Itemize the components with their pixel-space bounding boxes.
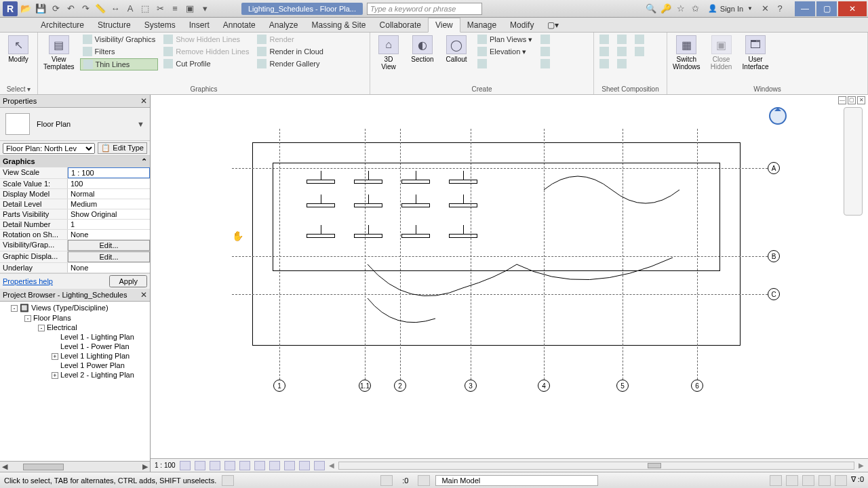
lock-icon[interactable]: [284, 461, 295, 470]
filters-button[interactable]: Filters: [80, 46, 159, 57]
expand-icon[interactable]: -: [38, 325, 45, 331]
rendering-icon[interactable]: [239, 461, 250, 470]
minimize-button[interactable]: —: [795, 1, 815, 16]
grid-bubble[interactable]: A: [768, 162, 780, 174]
close-view-icon[interactable]: ✕: [857, 96, 865, 104]
section-button[interactable]: ◐Section: [407, 34, 438, 64]
reveal-icon[interactable]: [314, 461, 325, 470]
worksets-icon[interactable]: [222, 475, 234, 486]
app-menu-icon[interactable]: R: [3, 1, 18, 16]
show-hidden-lines-button[interactable]: Show Hidden Lines: [161, 34, 252, 45]
tree-node[interactable]: +Level 1 Lighting Plan: [1, 351, 149, 361]
select-face-icon[interactable]: [818, 475, 831, 486]
select-panel-label[interactable]: Select ▾: [3, 84, 35, 94]
property-value[interactable]: None: [68, 230, 150, 239]
3d-icon[interactable]: ⬚: [138, 2, 152, 16]
grid-bubble[interactable]: 2: [394, 380, 406, 392]
property-value[interactable]: Show Original: [68, 209, 150, 219]
property-row[interactable]: Parts VisibilityShow Original: [0, 209, 150, 220]
render-cloud-button[interactable]: Render in Cloud: [254, 46, 326, 57]
properties-help-link[interactable]: Properties help: [3, 277, 53, 285]
plan-views-button[interactable]: Plan Views ▾: [475, 34, 535, 45]
close-icon[interactable]: ✕: [140, 290, 147, 300]
sheet-btn-3[interactable]: [597, 58, 612, 69]
property-row[interactable]: UnderlayNone: [0, 263, 150, 273]
max-view-icon[interactable]: ▢: [848, 96, 856, 104]
type-selector[interactable]: Floor Plan ▼: [0, 108, 150, 141]
collapse-icon[interactable]: -: [11, 305, 18, 312]
detail-level-icon[interactable]: [180, 461, 191, 470]
editable-only-icon[interactable]: [380, 475, 393, 486]
select-pinned-icon[interactable]: [802, 475, 814, 486]
sync-icon[interactable]: ⟳: [49, 2, 62, 16]
edit-type-button[interactable]: 📋 Edit Type: [98, 142, 147, 154]
select-underlay-icon[interactable]: [786, 475, 798, 486]
remove-hidden-lines-button[interactable]: Remove Hidden Lines: [161, 46, 252, 57]
switch-windows-button[interactable]: ▦Switch Windows: [670, 34, 703, 72]
grid-bubble[interactable]: B: [768, 250, 780, 262]
expand-icon[interactable]: -: [24, 315, 31, 322]
tab-systems[interactable]: Systems: [138, 18, 182, 32]
user-interface-button[interactable]: 🗔User Interface: [740, 34, 772, 72]
sheet-btn-5[interactable]: [614, 46, 629, 57]
help-search-input[interactable]: Type a keyword or phrase: [367, 3, 482, 15]
tab-massingsite[interactable]: Massing & Site: [305, 18, 373, 32]
project-browser[interactable]: -🔲 Views (Type/Discipline) -Floor Plans-…: [0, 302, 150, 461]
tree-node[interactable]: Level 1 Power Plan: [1, 361, 149, 370]
tab-collaborate[interactable]: Collaborate: [373, 18, 428, 32]
thin-lines-button[interactable]: Thin Lines: [80, 58, 159, 70]
view-templates-button[interactable]: ▤View Templates: [41, 34, 77, 72]
filter-selection-icon[interactable]: [418, 475, 430, 486]
property-value[interactable]: 100: [68, 179, 150, 188]
property-row[interactable]: Graphic Displa...Edit...: [0, 251, 150, 263]
undo-icon[interactable]: ↶: [64, 2, 77, 16]
open-icon[interactable]: 📂: [19, 2, 33, 16]
drag-elements-icon[interactable]: [835, 475, 847, 486]
favorite-icon[interactable]: ✩: [689, 2, 703, 16]
tab-structure[interactable]: Structure: [91, 18, 138, 32]
grid-bubble[interactable]: 3: [465, 380, 477, 392]
duplicate-view-button[interactable]: [538, 34, 553, 45]
select-links-icon[interactable]: [770, 475, 782, 486]
property-row[interactable]: Rotation on Sh...None: [0, 230, 150, 240]
drawing-canvas[interactable]: — ▢ ✕ 11.123456ABC ✋: [151, 95, 868, 458]
tab-view[interactable]: View: [428, 18, 460, 33]
star-icon[interactable]: ☆: [674, 2, 688, 16]
sheet-btn-8[interactable]: [632, 46, 647, 57]
drafting-view-button[interactable]: [475, 58, 535, 69]
crop-icon[interactable]: [254, 461, 265, 470]
save-icon[interactable]: 💾: [34, 2, 47, 16]
apply-button[interactable]: Apply: [109, 275, 147, 287]
search-icon[interactable]: 🔍: [644, 2, 658, 16]
expand-icon[interactable]: +: [52, 353, 58, 360]
close-views-icon[interactable]: ▣: [183, 2, 197, 16]
3d-view-button[interactable]: ⌂3D View: [373, 34, 404, 72]
tab-manage[interactable]: Manage: [460, 18, 503, 32]
edit-button[interactable]: Edit...: [68, 240, 150, 251]
scale-display[interactable]: 1 : 100: [155, 462, 176, 469]
expand-icon[interactable]: +: [52, 372, 58, 379]
legends-button[interactable]: [538, 46, 553, 57]
render-gallery-button[interactable]: Render Gallery: [254, 58, 326, 69]
sheet-btn-1[interactable]: [597, 34, 612, 45]
exchange-icon[interactable]: ✕: [758, 2, 772, 16]
tab-insert[interactable]: Insert: [182, 18, 216, 32]
property-value[interactable]: 1: [68, 220, 150, 229]
property-value[interactable]: Normal: [68, 189, 150, 199]
sheet-btn-6[interactable]: [614, 58, 629, 69]
crop-region-icon[interactable]: [269, 461, 280, 470]
property-row[interactable]: View Scale1 : 100: [0, 167, 150, 179]
help-icon[interactable]: ?: [773, 2, 787, 16]
graphics-category[interactable]: Graphics⌃: [0, 156, 150, 167]
measure-icon[interactable]: 📏: [94, 2, 107, 16]
tree-node[interactable]: -Electrical: [1, 323, 149, 332]
tab-analyze[interactable]: Analyze: [262, 18, 305, 32]
close-icon[interactable]: ✕: [140, 96, 147, 106]
tree-node[interactable]: Level 1 - Lighting Plan: [1, 332, 149, 342]
grid-bubble[interactable]: 6: [691, 380, 703, 392]
property-value[interactable]: 1 : 100: [68, 167, 150, 178]
property-row[interactable]: Detail LevelMedium: [0, 199, 150, 209]
tab-extra[interactable]: ▢▾: [540, 18, 566, 32]
switch-win-icon[interactable]: ▾: [198, 2, 212, 16]
maximize-button[interactable]: ▢: [816, 1, 837, 16]
